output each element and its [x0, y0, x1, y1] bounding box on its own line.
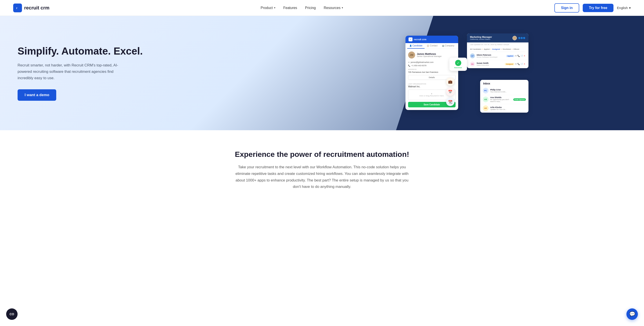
- inbox-title: Inbox: [480, 80, 528, 86]
- candidate-job-title: Senior Operational Manager: [417, 55, 442, 57]
- inbox-name-2: Ana Shields: [490, 96, 512, 99]
- candidate-avatar: JM: [408, 52, 415, 59]
- logo-link[interactable]: r recruit crm: [13, 4, 50, 12]
- card-header-title: recruit crm: [414, 38, 426, 41]
- share-avatar: [512, 36, 517, 40]
- email-field-row: ✉ james@globalmarket.com: [408, 61, 456, 63]
- inbox-msg-2: An opportunity you don't want to miss...: [490, 99, 512, 102]
- tab-candidate[interactable]: 👤 Candidate: [407, 43, 425, 49]
- pipeline-header-right: 🔵🔵🔵: [512, 36, 526, 40]
- phone-icon-1[interactable]: 📞: [518, 55, 520, 57]
- pipeline-actions-2: Assigned ✉ 📞 📄 ✕: [505, 63, 526, 65]
- logo-text: recruit crm: [24, 5, 50, 11]
- automation-description: Take your recruitment to the next level …: [232, 164, 412, 190]
- stage-assigned[interactable]: Assigned: [492, 48, 500, 50]
- nav-features[interactable]: Features: [283, 6, 297, 10]
- mail-icon-1[interactable]: ✉: [515, 55, 517, 57]
- logo-icon: r: [13, 4, 22, 12]
- svg-text:r: r: [16, 6, 17, 10]
- card-logo: r: [408, 37, 412, 41]
- pipeline-card: Marketing Manager California, United Sta…: [467, 34, 528, 68]
- delete-icon-2[interactable]: ✕: [524, 63, 526, 65]
- pipeline-person-2: Susan Smith Sales Executive: [477, 62, 503, 66]
- success-text: Success!: [454, 67, 462, 69]
- doc-icon-2[interactable]: 📄: [520, 63, 523, 65]
- automation-title: Experience the power of recruitment auto…: [13, 150, 631, 158]
- pipeline-job-title: Marketing Manager: [470, 36, 492, 38]
- calendar-check-icon-badge: 📆: [446, 98, 454, 106]
- stage-applied[interactable]: Applied: [484, 48, 490, 50]
- icon-badges: 💼 📅 📆: [446, 77, 454, 106]
- pipeline-role-2: Sales Executive: [477, 64, 503, 66]
- card-header: r recruit crm: [406, 36, 458, 43]
- inbox-avatar-2: AS: [483, 97, 488, 102]
- pipeline-name-1: Glenn Peterson: [477, 54, 504, 56]
- signin-button[interactable]: Sign in: [554, 3, 579, 13]
- hero-headline: Simplify. Automate. Excel.: [18, 45, 290, 57]
- address-label: ADDRESS: [408, 68, 456, 70]
- nav-resources[interactable]: Resources: [324, 6, 343, 10]
- inbox-card: Inbox PC Philip Crist Your interest in i…: [480, 80, 528, 113]
- candidate-info: JM James Matthews Senior Operational Man…: [408, 52, 456, 59]
- try-for-free-button[interactable]: Try for free: [583, 4, 614, 12]
- svg-rect-0: [16, 6, 20, 10]
- candidate-details: James Matthews Senior Operational Manage…: [417, 53, 442, 57]
- navbar-actions: Sign in Try for free English ▾: [554, 3, 631, 13]
- inbox-name-3: Arlie Klocko: [490, 106, 526, 108]
- tab-company[interactable]: 🏢 Company: [440, 43, 457, 49]
- inbox-msg-1: Your interest in iOS...: [490, 91, 526, 93]
- candidate-tab-icon: 👤: [410, 45, 412, 47]
- inbox-avatar-1: PC: [483, 88, 488, 93]
- inbox-msg-3: Update On Your Jo...: [490, 108, 526, 110]
- stage-arrow-2: ›: [490, 48, 491, 50]
- stage-arrow-4: ›: [512, 48, 512, 50]
- pipeline-title: Marketing Manager California, United Sta…: [470, 36, 492, 40]
- check-icon: ✓: [455, 60, 461, 66]
- stage-all[interactable]: All Candidates: [470, 48, 482, 50]
- status-badge-applied: Applied: [506, 55, 514, 57]
- pipeline-row-2: SS Susan Smith Sales Executive Assigned …: [467, 60, 528, 68]
- contact-tab-icon: 📋: [427, 45, 429, 47]
- pipeline-row-1: GP Glenn Peterson Senior Software Develo…: [467, 52, 528, 60]
- candidate-name: James Matthews: [417, 53, 442, 55]
- pipeline-role-1: Senior Software Developer: [477, 56, 504, 58]
- automation-section: Experience the power of recruitment auto…: [0, 130, 644, 203]
- inbox-content-2: Ana Shields An opportunity you don't wan…: [490, 96, 512, 102]
- nav-links: Product Features Pricing Resources: [261, 6, 343, 10]
- pipeline-actions-1: Applied ✉ 📞 📄 ✕: [506, 55, 526, 57]
- inbox-name-1: Philip Crist: [490, 89, 526, 91]
- pipeline-avatar-2: SS: [470, 62, 475, 66]
- calendar-icon-badge: 📅: [446, 88, 454, 96]
- email-value: james@globalmarket.com: [411, 61, 434, 63]
- language-label: English: [617, 6, 628, 10]
- email-icon: ✉: [408, 61, 410, 63]
- inbox-row-1: PC Philip Crist Your interest in iOS...: [480, 86, 528, 95]
- crm-mockup: r recruit crm 👤 Candidate 📋 Contact 🏢 Co…: [403, 31, 531, 115]
- phone-icon-2[interactable]: 📞: [518, 63, 520, 65]
- stage-shortlisted[interactable]: Shortlisted: [502, 48, 511, 50]
- pipeline-person-1: Glenn Peterson Senior Software Developer: [477, 54, 504, 58]
- company-tab-icon: 🏢: [442, 45, 444, 47]
- card-tabs: 👤 Candidate 📋 Contact 🏢 Company: [406, 43, 458, 49]
- mail-icon-2[interactable]: ✉: [515, 63, 517, 65]
- demo-button[interactable]: I want a demo: [18, 89, 56, 101]
- stage-offered[interactable]: Offered: [513, 48, 519, 50]
- doc-icon-1[interactable]: 📄: [520, 55, 523, 57]
- nav-pricing[interactable]: Pricing: [305, 6, 316, 10]
- delete-icon-1[interactable]: ✕: [524, 55, 526, 57]
- pipeline-stages: All Candidates › Applied › Assigned › Sh…: [467, 47, 528, 52]
- nav-product[interactable]: Product: [261, 6, 276, 10]
- language-selector[interactable]: English ▾: [617, 6, 631, 10]
- hero-section: Simplify. Automate. Excel. Recruit smart…: [0, 16, 644, 130]
- phone-field-row: 📞 +1 650-443-8378: [408, 64, 456, 67]
- pipeline-header: Marketing Manager California, United Sta…: [467, 34, 528, 43]
- stage-arrow-1: ›: [482, 48, 483, 50]
- inbox-content-3: Arlie Klocko Update On Your Jo...: [490, 106, 526, 110]
- hero-left: Simplify. Automate. Excel. Recruit smart…: [0, 16, 290, 130]
- pipeline-avatar-1: GP: [470, 53, 475, 58]
- share-icons: 🔵🔵🔵: [518, 37, 526, 39]
- inbox-content-1: Philip Crist Your interest in iOS...: [490, 89, 526, 93]
- inbox-row-3: AK Arlie Klocko Update On Your Jo...: [480, 104, 528, 113]
- tab-contact[interactable]: 📋 Contact: [424, 43, 440, 49]
- suitcase-icon-badge: 💼: [446, 77, 454, 86]
